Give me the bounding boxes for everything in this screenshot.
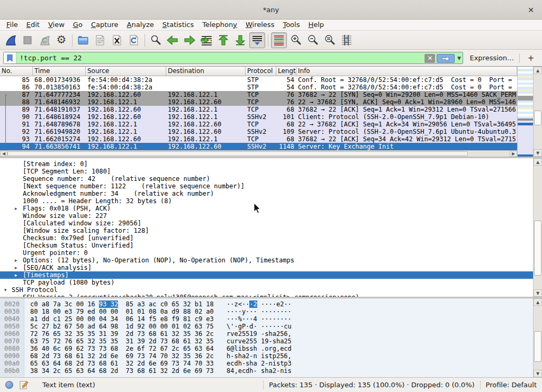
- restart-capture-button[interactable]: [37, 32, 52, 48]
- detail-line[interactable]: [Stream index: 0]: [0, 160, 533, 168]
- zoom-out-button[interactable]: [305, 32, 321, 48]
- packet-row-87[interactable]: 8771.647777234192.168.122.60192.168.122.…: [0, 91, 517, 98]
- scroll-up-button[interactable]: ▲: [534, 158, 542, 166]
- collapsed-arrow-icon[interactable]: ▸: [15, 205, 17, 212]
- go-forward-button[interactable]: [182, 32, 197, 48]
- hex-row-0030[interactable]: 003080 18 00 e3 79 ed 00 00 01 01 08 0a …: [0, 308, 533, 315]
- column-header-length[interactable]: Length: [276, 67, 296, 76]
- hex-row-0060[interactable]: 006072 76 65 32 35 35 31 39 2d 73 68 61 …: [0, 330, 533, 338]
- hex-row-0070[interactable]: 007063 75 72 76 65 32 35 35 31 39 2d 73 …: [0, 338, 533, 345]
- scroll-left-button[interactable]: ◀: [0, 151, 7, 157]
- menu-help[interactable]: Help: [304, 20, 328, 31]
- detail-line[interactable]: 1000 .... = Header Length: 32 bytes (8): [0, 197, 533, 205]
- stop-capture-button[interactable]: [20, 32, 35, 48]
- filter-dropdown-button[interactable]: ▼: [455, 52, 463, 63]
- hex-row-0020[interactable]: 0020c0 a8 7a 3c 00 16 93 32 85 a3 ac c0 …: [0, 300, 533, 308]
- details-vscrollbar[interactable]: ▲ ▼: [533, 158, 542, 297]
- hex-row-0090[interactable]: 009068 2d 73 68 61 32 2d 6e 69 73 74 70 …: [0, 352, 533, 360]
- packet-row-94[interactable]: 9471.663856741192.168.122.1192.168.122.6…: [0, 143, 517, 150]
- expression-button[interactable]: Expression…: [469, 54, 514, 62]
- hex-row-0040[interactable]: 0040a1 dd c1 25 00 00 04 34 06 14 f5 e8 …: [0, 315, 533, 323]
- detail-line[interactable]: ▸[Timestamps]: [0, 271, 533, 279]
- close-window-button[interactable]: ✕: [525, 4, 537, 16]
- detail-line[interactable]: [Calculated window size: 29056]: [0, 220, 533, 227]
- menu-telephony[interactable]: Telephony: [198, 20, 241, 31]
- expert-info-button[interactable]: [5, 381, 13, 389]
- detail-line[interactable]: TCP payload (1080 bytes): [0, 279, 533, 286]
- menu-edit[interactable]: Edit: [22, 20, 44, 31]
- menu-analyze[interactable]: Analyze: [123, 20, 158, 31]
- scroll-up-button[interactable]: ▲: [534, 298, 542, 306]
- detail-line[interactable]: Sequence number: 42 (relative sequence n…: [0, 175, 533, 183]
- column-header-info[interactable]: Info: [296, 67, 517, 76]
- column-header-time[interactable]: Time: [33, 67, 86, 76]
- profile-text[interactable]: Profile: Default: [486, 381, 537, 389]
- collapsed-arrow-icon[interactable]: ▸: [15, 271, 17, 279]
- detail-line[interactable]: [Window size scaling factor: 128]: [0, 227, 533, 234]
- go-back-button[interactable]: [165, 32, 180, 48]
- menu-tools[interactable]: Tools: [278, 20, 304, 31]
- colorize-button[interactable]: [271, 32, 287, 48]
- find-packet-button[interactable]: [148, 32, 164, 48]
- menu-statistics[interactable]: Statistics: [158, 20, 198, 31]
- vscroll-thumb[interactable]: [534, 111, 541, 125]
- scroll-down-button[interactable]: ▼: [534, 289, 542, 297]
- detail-line[interactable]: ▸Options: (12 bytes), No-Operation (NOP)…: [0, 257, 533, 264]
- packet-row-85[interactable]: 8568.001734936fe:54:00:d4:38:2aSTP54Conf…: [0, 76, 517, 84]
- packet-list-hscrollbar[interactable]: ◀ ▶: [0, 150, 517, 157]
- display-filter-field[interactable]: !tcp.port == 22 ✕ ▼: [3, 52, 463, 64]
- scroll-down-button[interactable]: ▼: [534, 149, 542, 157]
- menu-wireless[interactable]: Wireless: [241, 20, 278, 31]
- hscroll-thumb[interactable]: [7, 151, 468, 156]
- column-header-destination[interactable]: Destination: [166, 67, 246, 76]
- go-to-packet-button[interactable]: [198, 32, 214, 48]
- bytes-vscrollbar[interactable]: ▲ ▼: [533, 298, 542, 377]
- go-last-button[interactable]: [232, 32, 248, 48]
- vscroll-thumb[interactable]: [534, 331, 541, 362]
- reload-file-button[interactable]: [126, 32, 142, 48]
- packet-row-89[interactable]: 8971.648191037192.168.122.60192.168.122.…: [0, 106, 517, 113]
- zoom-in-button[interactable]: [288, 32, 304, 48]
- title-bar[interactable]: *any ✕: [0, 0, 542, 20]
- intelligent-scrollbar-minimap[interactable]: [517, 67, 533, 157]
- open-file-button[interactable]: [75, 32, 91, 48]
- resize-columns-button[interactable]: [339, 32, 355, 48]
- auto-scroll-button[interactable]: [249, 32, 265, 48]
- expanded-arrow-icon[interactable]: ▾: [4, 286, 7, 294]
- packet-list-vscrollbar[interactable]: ▲ ▼: [533, 67, 542, 157]
- start-capture-button[interactable]: [3, 32, 19, 48]
- hex-dump[interactable]: 0020c0 a8 7a 3c 00 16 93 32 85 a3 ac c0 …: [0, 300, 533, 375]
- hex-row-00a0[interactable]: 00a065 63 64 68 2d 73 68 61 32 2d 6e 69 …: [0, 360, 533, 367]
- add-filter-button[interactable]: +: [525, 53, 537, 63]
- capture-comment-button[interactable]: [20, 380, 29, 389]
- collapsed-arrow-icon[interactable]: ▸: [15, 257, 17, 264]
- hex-row-00b0[interactable]: 00b038 34 2c 65 63 64 68 2d 73 68 61 32 …: [0, 367, 533, 375]
- vscroll-thumb[interactable]: [534, 221, 541, 276]
- scroll-right-button[interactable]: ▶: [510, 151, 517, 157]
- go-first-button[interactable]: [215, 32, 231, 48]
- menu-file[interactable]: File: [2, 20, 22, 31]
- scroll-up-button[interactable]: ▲: [534, 67, 542, 74]
- save-file-button[interactable]: 010101100011: [92, 32, 108, 48]
- hex-row-0050[interactable]: 00505c 27 b2 67 50 ad 64 98 1d 92 00 00 …: [0, 323, 533, 330]
- column-header-protocol[interactable]: Protocol: [246, 67, 276, 76]
- zoom-reset-button[interactable]: [322, 32, 338, 48]
- packet-row-88[interactable]: 8871.648146932192.168.122.1192.168.122.6…: [0, 98, 517, 106]
- detail-line[interactable]: ▸Flags: 0x018 (PSH, ACK): [0, 205, 533, 212]
- detail-line[interactable]: [Next sequence number: 1122 (relative se…: [0, 183, 533, 190]
- display-filter-input[interactable]: !tcp.port == 22: [16, 52, 423, 63]
- collapsed-arrow-icon[interactable]: ▸: [15, 264, 17, 271]
- detail-line[interactable]: ▸[SEQ/ACK analysis]: [0, 264, 533, 271]
- capture-options-button[interactable]: ⚙: [53, 32, 69, 48]
- packet-row-90[interactable]: 9071.648618924192.168.122.60192.168.122.…: [0, 113, 517, 121]
- close-file-button[interactable]: [109, 32, 125, 48]
- menu-view[interactable]: View: [44, 20, 69, 31]
- packet-row-86[interactable]: 8670.013850163fe:54:00:d4:38:2aSTP54Conf…: [0, 84, 517, 91]
- detail-line[interactable]: ▾SSH Protocol: [0, 286, 533, 294]
- column-header-no[interactable]: No.: [0, 67, 33, 76]
- packet-list-header[interactable]: No.TimeSourceDestinationProtocolLengthIn…: [0, 67, 517, 76]
- detail-line[interactable]: Acknowledgment number: 34 (relative ack …: [0, 190, 533, 197]
- packet-row-93[interactable]: 9371.662015274192.168.122.60192.168.122.…: [0, 135, 517, 143]
- packet-row-91[interactable]: 9171.648789678192.168.122.1192.168.122.6…: [0, 121, 517, 128]
- filter-clear-button[interactable]: ✕: [424, 54, 435, 63]
